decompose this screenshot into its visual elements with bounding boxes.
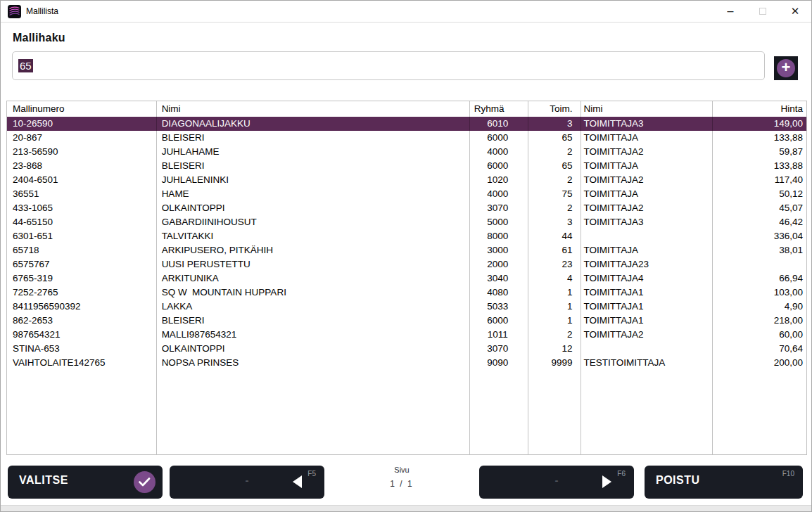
cell-mallinumero[interactable]: 213-56590 bbox=[7, 145, 156, 159]
table-row[interactable]: 8411956590392 LAKKA 5033 1 TOIMITTAJA1 4… bbox=[7, 300, 806, 314]
table-row[interactable]: 44-65150 GABARDIINIHOUSUT 5000 3 TOIMITT… bbox=[7, 215, 806, 229]
cell-toim[interactable]: 12 bbox=[527, 342, 580, 356]
cell-ryhma[interactable]: 5000 bbox=[469, 215, 527, 229]
cell-toim[interactable]: 2 bbox=[527, 201, 580, 215]
cell-toimittaja-nimi[interactable]: TOIMITTAJA1 bbox=[580, 314, 711, 328]
cell-ryhma[interactable]: 6010 bbox=[469, 117, 527, 131]
cell-mallinumero[interactable]: 433-1065 bbox=[7, 201, 156, 215]
cell-toimittaja-nimi[interactable]: TOIMITTAJA2 bbox=[580, 328, 711, 342]
table-row[interactable]: 23-868 BLEISERI 6000 65 TOIMITTAJA 133,8… bbox=[7, 159, 806, 173]
cell-ryhma[interactable]: 2000 bbox=[469, 257, 527, 271]
cell-ryhma[interactable]: 1011 bbox=[469, 328, 527, 342]
cell-toimittaja-nimi[interactable]: TOIMITTAJA bbox=[580, 243, 711, 257]
cell-nimi[interactable]: MALLI987654321 bbox=[156, 328, 469, 342]
table-row[interactable]: 862-2653 BLEISERI 6000 1 TOIMITTAJA1 218… bbox=[7, 314, 806, 328]
search-input[interactable]: 65 bbox=[12, 51, 765, 80]
cell-toim[interactable]: 75 bbox=[527, 187, 580, 201]
add-button[interactable]: + bbox=[774, 56, 798, 80]
cell-ryhma[interactable]: 3070 bbox=[469, 342, 527, 356]
cell-hinta[interactable] bbox=[711, 257, 806, 271]
table-row[interactable]: 36551 HAME 4000 75 TOIMITTAJA 50,12 bbox=[7, 187, 806, 201]
cell-toim[interactable]: 3 bbox=[527, 117, 580, 131]
table-row[interactable]: 987654321 MALLI987654321 1011 2 TOIMITTA… bbox=[7, 328, 806, 342]
cell-toimittaja-nimi[interactable]: TOIMITTAJA3 bbox=[580, 215, 711, 229]
cell-toimittaja-nimi[interactable]: TOIMITTAJA2 bbox=[580, 173, 711, 187]
cell-toim[interactable]: 9999 bbox=[527, 356, 580, 370]
cell-ryhma[interactable]: 4080 bbox=[469, 286, 527, 300]
cell-hinta[interactable]: 4,90 bbox=[711, 300, 806, 314]
cell-mallinumero[interactable]: 6765-319 bbox=[7, 271, 156, 286]
cell-hinta[interactable]: 38,01 bbox=[711, 243, 806, 257]
table-row[interactable]: 7252-2765 SQ W MOUNTAIN HUPPARI 4080 1 T… bbox=[7, 286, 806, 300]
table-row[interactable]: 6575767 UUSI PERUSTETTU 2000 23 TOIMITTA… bbox=[7, 257, 806, 271]
cell-mallinumero[interactable]: 6575767 bbox=[7, 257, 156, 271]
cell-toimittaja-nimi[interactable] bbox=[580, 229, 711, 243]
table-row[interactable]: 433-1065 OLKAINTOPPI 3070 2 TOIMITTAJA2 … bbox=[7, 201, 806, 215]
minimize-button[interactable]: – bbox=[714, 1, 747, 22]
cell-nimi[interactable]: NOPSA PRINSES bbox=[156, 356, 469, 370]
cell-hinta[interactable]: 336,04 bbox=[711, 229, 806, 243]
valitse-button[interactable]: VALITSE bbox=[8, 466, 163, 499]
cell-toim[interactable]: 44 bbox=[527, 229, 580, 243]
cell-mallinumero[interactable]: 7252-2765 bbox=[7, 286, 156, 300]
cell-ryhma[interactable]: 5033 bbox=[469, 300, 527, 314]
cell-toimittaja-nimi[interactable]: TOIMITTAJA bbox=[580, 131, 711, 145]
cell-toimittaja-nimi[interactable]: TOIMITTAJA1 bbox=[580, 286, 711, 300]
close-button[interactable]: ✕ bbox=[779, 1, 811, 22]
cell-hinta[interactable]: 200,00 bbox=[711, 356, 806, 370]
cell-hinta[interactable]: 46,42 bbox=[711, 215, 806, 229]
cell-toimittaja-nimi[interactable]: TOIMITTAJA4 bbox=[580, 271, 711, 286]
table-row[interactable]: 2404-6501 JUHLALENINKI 1020 2 TOIMITTAJA… bbox=[7, 173, 806, 187]
cell-mallinumero[interactable]: 10-26590 bbox=[7, 117, 156, 131]
cell-nimi[interactable]: HAME bbox=[156, 187, 469, 201]
table-row[interactable]: 20-867 BLEISERI 6000 65 TOIMITTAJA 133,8… bbox=[7, 131, 806, 145]
cell-toim[interactable]: 4 bbox=[527, 271, 580, 286]
table-row[interactable]: 213-56590 JUHLAHAME 4000 2 TOIMITTAJA2 5… bbox=[7, 145, 806, 159]
cell-ryhma[interactable]: 1020 bbox=[469, 173, 527, 187]
cell-ryhma[interactable]: 9090 bbox=[469, 356, 527, 370]
cell-ryhma[interactable]: 6000 bbox=[469, 131, 527, 145]
cell-toim[interactable]: 61 bbox=[527, 243, 580, 257]
cell-ryhma[interactable]: 6000 bbox=[469, 159, 527, 173]
cell-hinta[interactable]: 45,07 bbox=[711, 201, 806, 215]
cell-ryhma[interactable]: 3070 bbox=[469, 201, 527, 215]
cell-hinta[interactable]: 218,00 bbox=[711, 314, 806, 328]
cell-nimi[interactable]: BLEISERI bbox=[156, 314, 469, 328]
cell-ryhma[interactable]: 3000 bbox=[469, 243, 527, 257]
cell-mallinumero[interactable]: 20-867 bbox=[7, 131, 156, 145]
cell-hinta[interactable]: 133,88 bbox=[711, 159, 806, 173]
cell-mallinumero[interactable]: 6301-651 bbox=[7, 229, 156, 243]
cell-mallinumero[interactable]: 65718 bbox=[7, 243, 156, 257]
cell-hinta[interactable]: 117,40 bbox=[711, 173, 806, 187]
cell-ryhma[interactable]: 3040 bbox=[469, 271, 527, 286]
maximize-button[interactable] bbox=[747, 1, 779, 22]
cell-toim[interactable]: 2 bbox=[527, 145, 580, 159]
cell-toim[interactable]: 23 bbox=[527, 257, 580, 271]
cell-toim[interactable]: 1 bbox=[527, 286, 580, 300]
cell-nimi[interactable]: JUHLAHAME bbox=[156, 145, 469, 159]
cell-toimittaja-nimi[interactable]: TOIMITTAJA bbox=[580, 159, 711, 173]
cell-toimittaja-nimi[interactable] bbox=[580, 342, 711, 356]
cell-mallinumero[interactable]: 23-868 bbox=[7, 159, 156, 173]
cell-hinta[interactable]: 70,64 bbox=[711, 342, 806, 356]
next-page-button[interactable]: - F6 bbox=[479, 466, 634, 499]
table-row[interactable]: 10-26590 DIAGONAALIJAKKU 6010 3 TOIMITTA… bbox=[7, 117, 806, 131]
cell-nimi[interactable]: UUSI PERUSTETTU bbox=[156, 257, 469, 271]
cell-toim[interactable]: 2 bbox=[527, 328, 580, 342]
cell-toim[interactable]: 65 bbox=[527, 131, 580, 145]
cell-toimittaja-nimi[interactable]: TESTITOIMITTAJA bbox=[580, 356, 711, 370]
cell-mallinumero[interactable]: 987654321 bbox=[7, 328, 156, 342]
cell-mallinumero[interactable]: 862-2653 bbox=[7, 314, 156, 328]
table-row[interactable]: 6301-651 TALVITAKKI 8000 44 336,04 bbox=[7, 229, 806, 243]
cell-toimittaja-nimi[interactable]: TOIMITTAJA2 bbox=[580, 201, 711, 215]
cell-nimi[interactable]: JUHLALENINKI bbox=[156, 173, 469, 187]
cell-nimi[interactable]: BLEISERI bbox=[156, 159, 469, 173]
cell-ryhma[interactable]: 8000 bbox=[469, 229, 527, 243]
cell-toim[interactable]: 1 bbox=[527, 314, 580, 328]
cell-toim[interactable]: 3 bbox=[527, 215, 580, 229]
cell-nimi[interactable]: SQ W MOUNTAIN HUPPARI bbox=[156, 286, 469, 300]
cell-nimi[interactable]: TALVITAKKI bbox=[156, 229, 469, 243]
cell-nimi[interactable]: ARKIPUSERO, PITKÄHIH bbox=[156, 243, 469, 257]
table-row[interactable]: STINA-653 OLKAINTOPPI 3070 12 70,64 bbox=[7, 342, 806, 356]
cell-hinta[interactable]: 149,00 bbox=[711, 117, 806, 131]
